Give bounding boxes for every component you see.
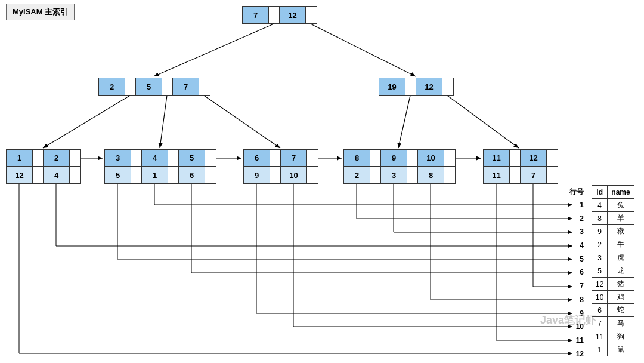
row-number-column: 行号 1 2 3 4 5 6 7 8 9 10 11 12	[564, 185, 587, 361]
key-cell: 8	[344, 150, 370, 167]
pointer-cell	[442, 78, 453, 95]
id-cell: 3	[592, 251, 608, 264]
key-cell: 1	[7, 150, 33, 167]
pointer-cell	[370, 167, 381, 183]
pointer-cell	[407, 150, 418, 167]
key-cell: 5	[136, 78, 162, 95]
pointer-cell	[131, 167, 142, 183]
pointer-cell	[547, 150, 558, 167]
row-label: 6	[564, 266, 587, 279]
pointer-cell	[125, 78, 136, 95]
key-cell: 12	[416, 78, 442, 95]
diagram-title: MyISAM 主索引	[6, 4, 75, 20]
row-label: 1	[564, 198, 587, 212]
id-cell: 12	[592, 278, 608, 291]
id-cell: 4	[592, 199, 608, 212]
svg-line-5	[398, 96, 410, 148]
key-cell: 3	[105, 150, 131, 167]
data-ptr-cell: 5	[105, 167, 131, 183]
row-label: 2	[564, 212, 587, 226]
table-row: 4兔	[592, 199, 634, 212]
key-cell: 5	[179, 150, 205, 167]
key-cell: 19	[379, 78, 405, 95]
table-row: 9猴	[592, 225, 634, 238]
data-ptr-cell: 8	[418, 167, 444, 183]
name-cell: 马	[608, 317, 634, 330]
name-cell: 牛	[608, 238, 634, 251]
key-cell: 12	[521, 150, 547, 167]
id-cell: 10	[592, 291, 608, 304]
data-ptr-cell: 9	[244, 167, 270, 183]
pointer-cell	[444, 150, 455, 167]
name-cell: 狗	[608, 330, 634, 343]
table-row: 6蛇	[592, 304, 634, 317]
data-ptr-cell: 3	[381, 167, 407, 183]
table-row: 12猪	[592, 278, 634, 291]
name-cell: 猴	[608, 225, 634, 238]
row-label: 12	[564, 347, 587, 361]
pointer-cell	[444, 167, 455, 183]
btree-leaf-1: 1 2 12 4	[6, 149, 81, 184]
btree-leaf-5: 11 12 11 7	[483, 149, 558, 184]
table-row: 2牛	[592, 238, 634, 251]
data-ptr-cell: 10	[281, 167, 307, 183]
pointer-cell	[407, 167, 418, 183]
btree-leaf-2: 3 4 5 5 1 6	[104, 149, 216, 184]
id-cell: 11	[592, 330, 608, 343]
btree-root-node: 7 12	[242, 6, 317, 24]
btree-leaf-3: 6 7 9 10	[243, 149, 318, 184]
table-row: 5龙	[592, 264, 634, 278]
pointer-cell	[162, 78, 173, 95]
pointer-cell	[306, 7, 317, 23]
key-cell: 9	[381, 150, 407, 167]
key-cell: 2	[44, 150, 70, 167]
name-cell: 羊	[608, 212, 634, 225]
name-cell: 龙	[608, 264, 634, 278]
pointer-cell	[205, 167, 216, 183]
pointer-cell	[307, 167, 318, 183]
pointer-cell	[370, 150, 381, 167]
data-ptr-cell: 1	[142, 167, 168, 183]
table-row: 1鼠	[592, 343, 634, 356]
btree-internal-left: 2 5 7	[98, 78, 210, 96]
key-cell: 6	[244, 150, 270, 167]
pointer-cell	[307, 150, 318, 167]
pointer-cell	[547, 167, 558, 183]
svg-line-2	[43, 96, 130, 148]
data-ptr-cell: 4	[44, 167, 70, 183]
id-cell: 2	[592, 238, 608, 251]
pointer-cell	[405, 78, 416, 95]
pointer-cell	[510, 150, 521, 167]
pointer-cell	[70, 167, 80, 183]
key-cell: 7	[281, 150, 307, 167]
table-row: 10鸡	[592, 291, 634, 304]
pointer-cell	[168, 150, 179, 167]
btree-internal-right: 19 12	[379, 78, 454, 96]
id-cell: 8	[592, 212, 608, 225]
data-ptr-cell: 6	[179, 167, 205, 183]
table-row: 8羊	[592, 212, 634, 225]
name-cell: 鼠	[608, 343, 634, 356]
watermark: Java笔记虾	[540, 313, 596, 327]
pointer-cell	[205, 150, 216, 167]
row-label: 3	[564, 225, 587, 239]
table-row: 11狗	[592, 330, 634, 343]
svg-line-6	[447, 96, 519, 148]
pointer-cell	[70, 150, 80, 167]
id-cell: 1	[592, 343, 608, 356]
pointer-cell	[269, 7, 280, 23]
name-cell: 鸡	[608, 291, 634, 304]
id-cell: 9	[592, 225, 608, 238]
row-header: 行号	[564, 185, 587, 198]
pointer-cell	[168, 167, 179, 183]
row-label: 8	[564, 293, 587, 307]
row-label: 11	[564, 334, 587, 347]
data-ptr-cell: 7	[521, 167, 547, 183]
name-cell: 虎	[608, 251, 634, 264]
key-cell: 11	[484, 150, 510, 167]
name-cell: 蛇	[608, 304, 634, 317]
data-ptr-cell: 12	[7, 167, 33, 183]
pointer-cell	[199, 78, 210, 95]
key-cell: 10	[418, 150, 444, 167]
col-name-header: name	[608, 186, 634, 199]
